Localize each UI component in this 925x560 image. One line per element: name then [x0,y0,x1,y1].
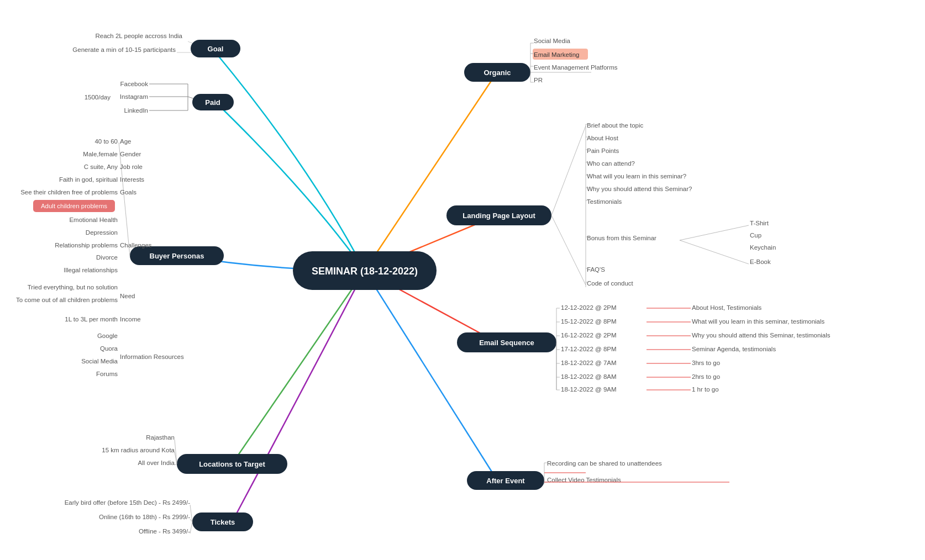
gender-label: Gender [120,151,141,157]
svg-line-21 [551,215,586,285]
email-label: Email Sequence [479,339,534,347]
email-marketing: Email Marketing [534,51,579,58]
event-management: Event Management Platforms [534,64,618,71]
goals-label: Goals [120,189,136,196]
to-come-out: To come out of all children problems [16,297,118,303]
svg-line-8 [175,440,177,464]
interests-value: Faith in god, spiritual [59,176,118,183]
faqs: FAQ'S [587,266,605,273]
interests-label: Interests [120,176,144,183]
svg-line-20 [551,126,586,215]
divorce: Divorce [96,254,118,261]
bonus-seminar: Bonus from this Seminar [587,235,656,241]
svg-line-7 [119,142,130,256]
center-label: SEMINAR (18-12-2022) [312,266,418,277]
online-ticket: Online (16th to 18th) - Rs 2999/- [99,514,190,520]
email-6-date: 18-12-2022 @ 8AM [561,373,617,380]
svg-line-10 [175,464,177,465]
recording-shared: Recording can be shared to unattendees [547,460,662,467]
email-5-detail: 3hrs to go [692,360,720,366]
email-3-detail: Why you should attend this Seminar, test… [692,332,831,339]
bonus-tshirt: T-Shirt [750,220,769,226]
social-media-res: Social Media [81,358,118,364]
email-2-detail: What will you learn in this seminar, tes… [692,318,825,325]
mindmap: SEMINAR (18-12-2022) Goal Reach 2L peopl… [0,0,925,560]
early-bird: Early bird offer (before 15th Dec) - Rs … [65,499,191,506]
goals-value: See their children free of problems [20,189,118,196]
svg-line-22 [680,225,749,240]
email-6-detail: 2hrs to go [692,373,720,380]
email-2-date: 15-12-2022 @ 8PM [561,318,617,325]
email-1-date: 12-12-2022 @ 2PM [561,304,617,311]
rajasthan: Rajasthan [146,434,175,441]
illegal-relationships: Illegal relationships [64,267,118,273]
testimonials-lp: Testimonials [587,198,622,205]
organic-label: Organic [483,68,511,77]
pr: PR [534,77,543,83]
svg-line-23 [680,240,749,264]
depression: Depression [86,229,118,236]
email-1-detail: About Host, Testimonials [692,304,762,311]
brief-topic: Brief about the topic [587,122,644,129]
what-learn: What will you learn in this seminar? [587,173,686,179]
quora: Quora [100,345,118,352]
need-label: Need [120,293,135,299]
locations-label: Locations to Target [199,460,265,468]
email-4-detail: Seminar Agenda, testimonials [692,346,776,352]
tried-everything: Tried everything, but no solution [28,284,118,290]
challenges-label: Challenges [120,242,152,249]
jobrole-value: C suite, Any [84,163,118,170]
goal-child-2: Generate a min of 10-15 participants [72,46,176,53]
google: Google [97,332,118,339]
bonus-ebook: E-Book [750,258,771,265]
goal-child-1: Reach 2L people accross India [96,33,183,39]
svg-line-13 [190,522,192,533]
adult-children-label: Adult children problems [41,203,107,209]
who-attend: Who can attend? [587,160,635,167]
paid-cost: 1500/day [85,94,111,101]
gender-value: Male,female [83,151,118,157]
kota-radius: 15 km radius around Kota [102,447,175,453]
bonus-cup: Cup [750,232,761,239]
goal-label: Goal [208,45,224,53]
paid-label: Paid [205,98,220,107]
forums: Forums [96,371,118,377]
emotional-health: Emotional Health [69,216,118,223]
income-label: Income [120,316,141,323]
paid-instagram: Instagram [120,93,148,100]
email-7-detail: 1 hr to go [692,386,719,393]
email-4-date: 17-12-2022 @ 8PM [561,346,617,352]
tickets-label: Tickets [211,518,235,526]
offline-ticket: Offline - Rs 3499/- [139,528,190,535]
income-value: 1L to 3L per month [65,316,118,323]
info-resources-label: Information Resources [120,353,184,360]
email-3-date: 16-12-2022 @ 2PM [561,332,617,339]
code-conduct: Code of conduct [587,280,634,287]
age-label: Age [120,138,131,145]
email-5-date: 18-12-2022 @ 7AM [561,360,617,366]
paid-facebook: Facebook [120,81,148,87]
paid-linkedin: LinkedIn [124,107,148,114]
age-value: 40 to 60 [94,138,118,145]
relationship-problems: Relationship problems [55,242,118,249]
pain-points: Pain Points [587,147,619,154]
after-label: After Event [486,477,525,485]
jobrole-label: Job role [120,163,143,170]
landing-label: Landing Page Layout [462,212,535,220]
bonus-keychain: Keychain [750,244,776,251]
about-host: About Host [587,135,619,141]
social-media-organic: Social Media [534,38,570,44]
all-india: All over India [138,459,175,466]
email-7-date: 18-12-2022 @ 9AM [561,386,617,393]
buyer-label: Buyer Personas [150,252,204,260]
why-attend: Why you should attend this Seminar? [587,186,692,192]
